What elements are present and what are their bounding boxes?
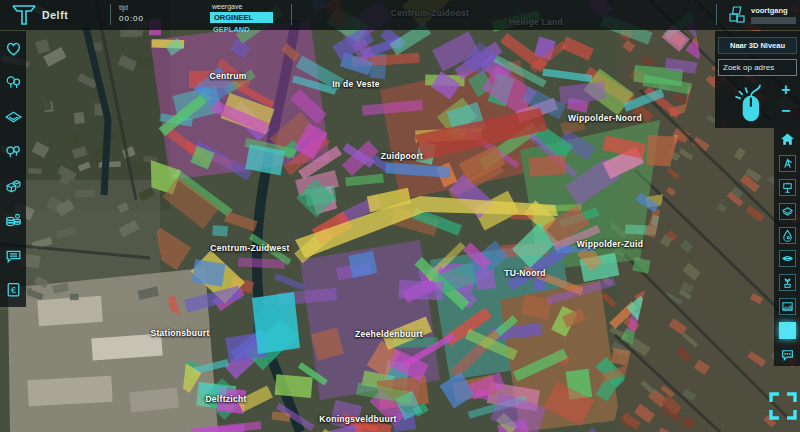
messages-icon [4,246,23,265]
right-panel: Naar 3D Niveau + − [715,31,800,128]
to-3d-level-button[interactable]: Naar 3D Niveau [718,37,797,54]
buildings-icon [4,177,23,196]
leaf-button[interactable] [779,250,796,267]
vegetation-icon [4,142,23,161]
home-icon [780,132,795,147]
fullscreen-button[interactable] [768,391,798,421]
divider [716,4,717,25]
progress-bar [751,17,796,24]
terrain-tile-icon [4,108,23,127]
delft-logo-icon [10,3,38,27]
layers-icon [781,205,794,218]
water-drop-icon [781,229,794,242]
plant-button[interactable] [779,274,796,291]
billboard-button[interactable] [779,179,796,196]
terrain-view-button[interactable] [779,298,796,315]
time-label: tijd [119,4,128,11]
divider [110,4,111,25]
mouse-navigation-icon [731,83,769,125]
indicator-buildings-button[interactable] [2,175,24,197]
time-value: 00:00 [119,14,144,23]
chat-icon [780,347,795,362]
fullscreen-brackets-icon [768,391,798,421]
home-button[interactable] [779,131,796,148]
plant-icon [781,276,794,289]
chat-button[interactable] [779,346,796,363]
address-search-input[interactable] [718,59,797,76]
euro-icon: € [4,280,23,299]
view-option-gepland[interactable]: GEPLAND [213,25,250,34]
view-label: weergave [212,3,242,10]
app-window: Centrum-ZuidoostHeilige LandCentrumIn de… [0,0,800,432]
terrain-view-icon [781,300,794,313]
indicator-vegetation-button[interactable] [2,141,24,163]
trees-icon [4,73,23,92]
indicator-trees-button[interactable] [2,72,24,94]
svg-text:€: € [11,285,16,295]
left-toolbar: € [0,31,26,307]
satellite-map [0,0,800,432]
indicator-heart-button[interactable] [2,37,24,59]
right-tool-strip [774,128,800,366]
billboard-icon [781,181,794,194]
map-canvas[interactable]: Centrum-ZuidoostHeilige LandCentrumIn de… [0,0,800,432]
view-option-origineel[interactable]: ORGINEEL [210,12,273,23]
indicator-coins-button[interactable] [2,210,24,232]
progress-label: voortgang [751,6,788,15]
zoom-out-button[interactable]: − [777,103,795,121]
heart-icon [4,39,23,58]
measure-button[interactable] [779,155,796,172]
divider [291,4,292,25]
indicator-terrain-button[interactable] [2,106,24,128]
measure-icon [781,157,794,170]
leaf-icon [781,252,794,265]
select-area-button[interactable] [779,322,796,339]
coins-icon [4,211,23,230]
app-title: Delft [42,9,68,21]
progress-blocks-icon [727,4,747,25]
messages-button[interactable] [2,244,24,266]
layers-button[interactable] [779,203,796,220]
water-drop-button[interactable] [779,227,796,244]
finance-button[interactable]: € [2,279,24,301]
top-bar: Delft tijd 00:00 weergave ORGINEEL GEPLA… [0,0,800,30]
zoom-in-button[interactable]: + [777,81,795,99]
